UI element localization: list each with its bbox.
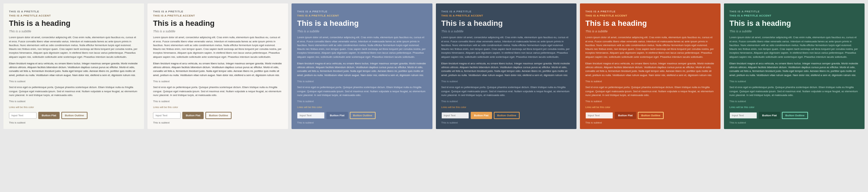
subtitle-soft: This is a subtitle bbox=[297, 29, 427, 34]
subtext-bottom-bright: This is subtext bbox=[729, 121, 859, 125]
accent-vivid: THIS IS A PRETITLE ACCENT bbox=[585, 14, 715, 18]
pretitle-dark: THIS IS A PRETITLE bbox=[441, 10, 571, 13]
heading-light: This is a heading bbox=[153, 19, 283, 28]
accent-light: THIS IS A PRETITLE ACCENT bbox=[153, 14, 283, 18]
theme-card-dark: THIS IS A PRETITLE THIS IS A PRETITLE AC… bbox=[436, 3, 576, 129]
subtext-bottom-light: This is subtext bbox=[153, 121, 283, 125]
btn-flat-dark[interactable]: Button Flat bbox=[471, 112, 492, 119]
theme-card-light: THIS IS A PRETITLE THIS IS A PRETITLE AC… bbox=[147, 3, 288, 129]
subtitle-bright: This is a subtitle bbox=[729, 29, 859, 34]
input-row-dark: Button Flat Button Outline bbox=[441, 112, 571, 119]
btn-flat-bright[interactable]: Button Flat bbox=[759, 112, 780, 119]
body2-bright: Etiam tincidunt magna et arcu vehicula, … bbox=[729, 62, 859, 77]
theme-card-vivid: THIS IS A PRETITLE THIS IS A PRETITLE AC… bbox=[580, 3, 721, 129]
subtext2-light: This is subtext bbox=[153, 100, 283, 104]
pretitle-soft: THIS IS A PRETITLE bbox=[297, 10, 427, 13]
link-label-bright: Links will be this color bbox=[729, 106, 859, 109]
heading-bright: This is a heading bbox=[729, 19, 859, 28]
btn-outline-bright[interactable]: Button Outline bbox=[782, 112, 808, 119]
input-field-light[interactable] bbox=[153, 112, 181, 119]
pretitle-vivid: THIS IS A PRETITLE bbox=[585, 10, 715, 13]
body1-bright: Lorem ipsum dolor sit amet, consectetur … bbox=[729, 35, 859, 59]
body3-pale: Sed id eros eget ex pellentesque porta. … bbox=[9, 85, 139, 97]
heading-soft: This is a heading bbox=[297, 19, 427, 28]
subtitle-vivid: This is a subtitle bbox=[585, 29, 715, 34]
body1-soft: Lorem ipsum dolor sit amet, consectetur … bbox=[297, 35, 427, 59]
accent-pale: THIS IS A PRETITLE ACCENT bbox=[9, 14, 139, 18]
subtext2-dark: This is subtext bbox=[441, 100, 571, 104]
subtext-bright: This is subtext bbox=[729, 80, 859, 84]
btn-flat-soft[interactable]: Button Flat bbox=[326, 112, 348, 119]
subtext2-soft: This is subtext bbox=[297, 100, 427, 104]
subtext-light: This is subtext bbox=[153, 80, 283, 84]
btn-flat-vivid[interactable]: Button Flat bbox=[615, 112, 636, 119]
subtext-bottom-dark: This is subtext bbox=[441, 121, 571, 125]
input-field-dark[interactable] bbox=[441, 112, 469, 119]
subtitle-light: This is a subtitle bbox=[153, 29, 283, 34]
subtext-dark: This is subtext bbox=[441, 80, 571, 84]
btn-outline-vivid[interactable]: Button Outline bbox=[638, 112, 664, 119]
theme-card-pale: THIS IS A PRETITLE THIS IS A PRETITLE AC… bbox=[3, 3, 144, 129]
btn-outline-pale[interactable]: Button Outline bbox=[61, 112, 88, 119]
subtext-bottom-soft: This is subtext bbox=[297, 121, 427, 125]
body2-pale: Etiam tincidunt magna et arcu vehicula, … bbox=[9, 62, 139, 77]
input-row-pale: Button Flat Button Outline bbox=[9, 112, 139, 119]
subtext-bottom-vivid: This is subtext bbox=[585, 121, 715, 125]
subtext-bottom-pale: This is subtext bbox=[9, 121, 139, 125]
heading-dark: This is a heading bbox=[441, 19, 571, 28]
body1-light: Lorem ipsum dolor sit amet, consectetur … bbox=[153, 35, 283, 59]
accent-bright: THIS IS A PRETITLE ACCENT bbox=[729, 14, 859, 18]
link-label-light: Links will be this color bbox=[153, 106, 283, 109]
link-label-soft: Links will be this color bbox=[297, 106, 427, 109]
theme-card-soft: THIS IS A PRETITLE THIS IS A PRETITLE AC… bbox=[292, 3, 432, 129]
pretitle-bright: THIS IS A PRETITLE bbox=[729, 10, 859, 13]
input-field-vivid[interactable] bbox=[585, 112, 613, 119]
pretitle-light: THIS IS A PRETITLE bbox=[153, 10, 283, 13]
body3-bright: Sed id eros eget ex pellentesque porta. … bbox=[729, 85, 859, 97]
body3-light: Sed id eros eget ex pellentesque porta. … bbox=[153, 85, 283, 97]
body2-light: Etiam tincidunt magna et arcu vehicula, … bbox=[153, 62, 283, 77]
pretitle-pale: THIS IS A PRETITLE bbox=[9, 10, 139, 13]
btn-outline-light[interactable]: Button Outline bbox=[205, 112, 232, 119]
btn-outline-soft[interactable]: Button Outline bbox=[350, 112, 376, 119]
heading-pale: This is a heading bbox=[9, 19, 139, 28]
link-label-pale: Links will be this color bbox=[9, 106, 139, 109]
theme-card-bright: THIS IS A PRETITLE THIS IS A PRETITLE AC… bbox=[724, 3, 865, 129]
input-field-soft[interactable] bbox=[297, 112, 325, 119]
btn-outline-dark[interactable]: Button Outline bbox=[494, 112, 520, 119]
body3-dark: Sed id eros eget ex pellentesque porta. … bbox=[441, 85, 571, 97]
body2-dark: Etiam tincidunt magna et arcu vehicula, … bbox=[441, 62, 571, 77]
link-label-dark: Links will be this color bbox=[441, 106, 571, 109]
subtext2-bright: This is subtext bbox=[729, 100, 859, 104]
body3-vivid: Sed id eros eget ex pellentesque porta. … bbox=[585, 85, 715, 97]
subtext-pale: This is subtext bbox=[9, 80, 139, 84]
body2-vivid: Etiam tincidunt magna et arcu vehicula, … bbox=[585, 62, 715, 77]
body1-vivid: Lorem ipsum dolor sit amet, consectetur … bbox=[585, 35, 715, 59]
input-row-bright: Button Flat Button Outline bbox=[729, 112, 859, 119]
subtext2-pale: This is subtext bbox=[9, 100, 139, 104]
subtext2-vivid: This is subtext bbox=[585, 100, 715, 104]
input-row-vivid: Button Flat Button Outline bbox=[585, 112, 715, 119]
subtitle-dark: This is a subtitle bbox=[441, 29, 571, 34]
input-row-soft: Button Flat Button Outline bbox=[297, 112, 427, 119]
btn-flat-pale[interactable]: Button Flat bbox=[38, 112, 60, 119]
input-field-pale[interactable] bbox=[9, 112, 37, 119]
subtitle-pale: This is a subtitle bbox=[9, 29, 139, 34]
body2-soft: Etiam tincidunt magna et arcu vehicula, … bbox=[297, 62, 427, 77]
input-field-bright[interactable] bbox=[729, 112, 757, 119]
subtext-vivid: This is subtext bbox=[585, 80, 715, 84]
accent-soft: THIS IS A PRETITLE ACCENT bbox=[297, 14, 427, 18]
heading-vivid: This is a heading bbox=[585, 19, 715, 28]
body1-pale: Lorem ipsum dolor sit amet, consectetur … bbox=[9, 35, 139, 59]
link-label-vivid: Links will be this color bbox=[585, 106, 715, 109]
body1-dark: Lorem ipsum dolor sit amet, consectetur … bbox=[441, 35, 571, 59]
subtext-soft: This is subtext bbox=[297, 80, 427, 84]
input-row-light: Button Flat Button Outline bbox=[153, 112, 283, 119]
body3-soft: Sed id eros eget ex pellentesque porta. … bbox=[297, 85, 427, 97]
btn-flat-light[interactable]: Button Flat bbox=[182, 112, 204, 119]
accent-dark: THIS IS A PRETITLE ACCENT bbox=[441, 14, 571, 18]
